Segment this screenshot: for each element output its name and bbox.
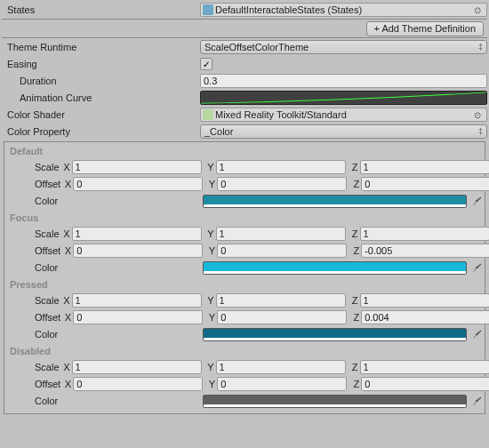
theme-runtime-label: Theme Runtime (2, 42, 200, 52)
default-color-row: Color (4, 193, 485, 209)
eyedropper-icon[interactable] (470, 395, 485, 408)
axis-z-label: Z (349, 312, 359, 323)
default-scale-z-input[interactable] (360, 160, 489, 174)
easing-row: Easing (2, 56, 487, 72)
focus-offset-y-input[interactable] (217, 244, 347, 258)
eyedropper-icon[interactable] (470, 261, 485, 275)
pressed-color-row: Color (4, 326, 485, 342)
focus-scale-label: Scale (4, 228, 60, 239)
default-scale-label: Scale (4, 162, 60, 172)
axis-y-label: Y (204, 179, 215, 189)
axis-y-label: Y (204, 228, 214, 239)
states-section: DefaultScaleXYZOffsetXYZColorFocusScaleX… (4, 141, 485, 414)
focus-scale-row: ScaleXYZ (4, 226, 485, 242)
axis-x-label: X (60, 228, 70, 239)
axis-x-label: X (60, 179, 71, 189)
eyedropper-icon[interactable] (470, 328, 485, 341)
easing-checkbox[interactable] (200, 58, 212, 70)
default-scale-y-input[interactable] (216, 160, 346, 174)
disabled-color-row: Color (4, 393, 485, 409)
disabled-color-swatch[interactable] (203, 395, 467, 408)
default-offset-x-input[interactable] (73, 177, 203, 191)
axis-x-label: X (60, 312, 71, 323)
states-object-field[interactable]: DefaultInteractableStates (States) (200, 3, 487, 17)
animation-curve-field[interactable] (200, 91, 487, 105)
add-theme-row: + Add Theme Definition (2, 20, 487, 36)
pressed-offset-x-input[interactable] (73, 310, 203, 324)
theme-runtime-row: Theme Runtime ScaleOffsetColorTheme (2, 39, 487, 55)
disabled-offset-z-input[interactable] (361, 377, 489, 391)
state-header-pressed: Pressed (4, 276, 485, 292)
theme-runtime-value: ScaleOffsetColorTheme (204, 42, 309, 52)
axis-z-label: Z (348, 162, 358, 172)
color-shader-field[interactable]: Mixed Reality Toolkit/Standard (200, 108, 487, 122)
pressed-scale-x-input[interactable] (72, 293, 202, 308)
focus-color-swatch[interactable] (203, 261, 467, 275)
states-row: States DefaultInteractableStates (States… (2, 2, 487, 18)
axis-y-label: Y (204, 295, 214, 306)
disabled-color-label: Color (4, 396, 203, 406)
animation-curve-row: Animation Curve (2, 90, 487, 106)
axis-z-label: Z (348, 295, 358, 306)
default-offset-y-input[interactable] (217, 177, 347, 191)
axis-y-label: Y (204, 312, 215, 323)
theme-runtime-dropdown[interactable]: ScaleOffsetColorTheme (200, 40, 487, 54)
focus-offset-label: Offset (4, 245, 60, 256)
default-color-label: Color (4, 196, 203, 206)
color-shader-row: Color Shader Mixed Reality Toolkit/Stand… (2, 107, 487, 123)
pressed-color-label: Color (4, 329, 203, 340)
easing-label: Easing (2, 59, 200, 69)
add-theme-definition-button[interactable]: + Add Theme Definition (366, 21, 484, 36)
focus-scale-y-input[interactable] (216, 227, 346, 241)
animation-curve-label: Animation Curve (2, 92, 200, 103)
disabled-offset-x-input[interactable] (73, 377, 203, 391)
default-color-swatch[interactable] (203, 195, 467, 208)
state-header-default: Default (4, 143, 485, 159)
default-scale-x-input[interactable] (72, 160, 202, 174)
disabled-offset-label: Offset (4, 379, 60, 389)
axis-x-label: X (60, 295, 70, 306)
default-offset-z-input[interactable] (361, 177, 489, 191)
object-picker-icon[interactable] (470, 4, 485, 16)
shader-icon (203, 109, 213, 120)
divider (2, 19, 487, 20)
disabled-scale-y-input[interactable] (216, 360, 346, 374)
disabled-scale-x-input[interactable] (72, 360, 202, 374)
pressed-offset-z-input[interactable] (361, 310, 489, 324)
disabled-scale-z-input[interactable] (360, 360, 489, 374)
axis-x-label: X (60, 362, 70, 372)
axis-y-label: Y (204, 362, 214, 372)
state-header-focus: Focus (4, 210, 485, 226)
disabled-offset-y-input[interactable] (217, 377, 347, 391)
pressed-scale-y-input[interactable] (216, 293, 346, 308)
pressed-offset-y-input[interactable] (217, 310, 347, 324)
pressed-scale-label: Scale (4, 295, 60, 306)
focus-offset-z-input[interactable] (361, 244, 489, 258)
pressed-color-swatch[interactable] (203, 328, 467, 341)
divider (2, 37, 487, 38)
disabled-offset-row: OffsetXYZ (4, 376, 485, 392)
duration-label: Duration (2, 76, 200, 86)
axis-y-label: Y (204, 162, 214, 172)
focus-scale-z-input[interactable] (360, 227, 489, 241)
focus-offset-row: OffsetXYZ (4, 243, 485, 259)
axis-z-label: Z (349, 245, 359, 256)
axis-y-label: Y (204, 379, 215, 389)
inspector-panel: States DefaultInteractableStates (States… (0, 0, 489, 418)
axis-z-label: Z (348, 228, 358, 239)
eyedropper-icon[interactable] (470, 195, 485, 208)
axis-z-label: Z (349, 379, 359, 389)
pressed-scale-z-input[interactable] (360, 293, 489, 308)
focus-offset-x-input[interactable] (73, 244, 203, 258)
axis-z-label: Z (349, 179, 359, 189)
focus-scale-x-input[interactable] (72, 227, 202, 241)
color-property-row: Color Property _Color (2, 124, 487, 140)
axis-z-label: Z (348, 362, 358, 372)
default-offset-label: Offset (4, 179, 60, 189)
color-property-dropdown[interactable]: _Color (200, 124, 487, 139)
axis-x-label: X (60, 379, 71, 389)
object-picker-icon[interactable] (470, 108, 485, 121)
duration-input[interactable] (200, 74, 487, 88)
duration-row: Duration (2, 73, 487, 89)
pressed-offset-label: Offset (4, 312, 60, 323)
